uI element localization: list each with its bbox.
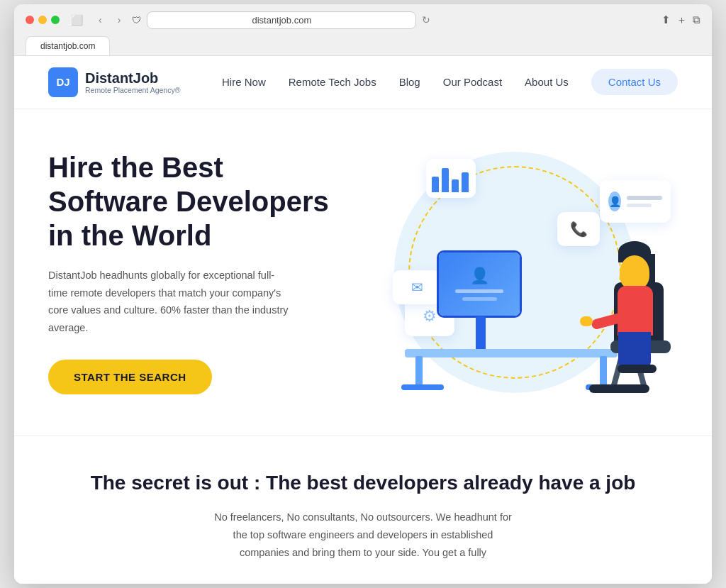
table-leg-left [415,356,423,386]
back-button[interactable]: ‹ [94,13,106,27]
new-tab-icon[interactable]: ＋ [676,13,687,27]
nav-blog[interactable]: Blog [399,76,420,88]
chair-wheel [589,384,649,393]
person-legs [618,332,651,367]
active-tab[interactable]: distantjob.com [26,36,110,55]
nav-podcast[interactable]: Our Podcast [443,76,502,88]
traffic-lights [26,16,60,24]
hero-section: Hire the Best Software Developers in the… [14,109,712,436]
start-search-button[interactable]: START THE SEARCH [48,360,212,394]
chart-bar-3 [452,179,459,192]
screen-line-1 [455,289,504,293]
chart-card [426,159,476,198]
website-content: DJ DistantJob Remote Placement Agency® H… [14,56,712,584]
share-icon[interactable]: ⬆ [661,13,671,27]
security-icon: 🛡 [132,15,141,26]
hero-illustration-area: ⚙ 👤 📞 ✉ [346,138,678,407]
person-illustration [571,233,657,389]
monitor: 👤 [437,250,522,318]
person-head [620,255,649,289]
person-hand [580,316,593,326]
chart-bar-2 [442,168,449,192]
browser-chrome: ⬜ ‹ › 🛡 distantjob.com ↻ ⬆ ＋ ⧉ distantjo… [14,4,712,56]
browser-controls: ⬜ ‹ › 🛡 distantjob.com ↻ ⬆ ＋ ⧉ [26,11,700,29]
gear-icon: ⚙ [423,307,437,326]
close-window-button[interactable] [26,16,34,24]
nav-about-us[interactable]: About Us [525,76,569,88]
avatar-icon: 👤 [608,192,621,211]
hero-title: Hire the Best Software Developers in the… [48,150,346,253]
browser-window: ⬜ ‹ › 🛡 distantjob.com ↻ ⬆ ＋ ⧉ distantjo… [14,4,712,584]
profile-role-line [627,204,652,207]
address-bar[interactable]: distantjob.com [147,11,416,29]
browser-actions: ⬆ ＋ ⧉ [661,13,700,27]
person-shoes [618,365,657,373]
address-bar-area: 🛡 distantjob.com ↻ [132,11,654,29]
section2-title: The secret is out : The best developers … [48,470,678,496]
logo-link[interactable]: DJ DistantJob Remote Placement Agency® [48,67,180,97]
chart-bar-1 [432,177,439,192]
chart-bar-4 [462,172,469,192]
maximize-window-button[interactable] [51,16,60,24]
section2-description: No freelancers, No consultants, No outso… [207,509,519,561]
table-base-left [401,384,444,390]
nav-remote-tech-jobs[interactable]: Remote Tech Jobs [289,76,376,88]
section2: The secret is out : The best developers … [14,436,712,584]
logo-initials: DJ [56,76,69,88]
nav-hire-now[interactable]: Hire Now [222,76,266,88]
hero-description: DistantJob headhunts globally for except… [48,267,289,337]
navbar: DJ DistantJob Remote Placement Agency® H… [14,56,712,109]
profile-name-line [627,196,662,200]
logo-tagline: Remote Placement Agency® [85,86,180,94]
forward-button[interactable]: › [113,13,125,27]
sidebar-toggle-button[interactable]: ⬜ [67,13,87,27]
email-icon: ✉ [411,279,423,296]
minimize-window-button[interactable] [38,16,47,24]
profile-info [627,196,662,207]
contact-us-button[interactable]: Contact Us [591,69,678,95]
reload-icon[interactable]: ↻ [422,14,430,26]
browser-tab-bar: distantjob.com [26,36,700,55]
tabs-icon[interactable]: ⧉ [693,13,700,27]
nav-links: Hire Now Remote Tech Jobs Blog Our Podca… [222,69,678,95]
logo-name: DistantJob [85,70,180,86]
hero-illustration: ⚙ 👤 📞 ✉ [366,138,678,407]
person-body [618,286,653,335]
profile-card: 👤 [600,180,671,223]
screen-line-2 [462,297,497,301]
logo-text: DistantJob Remote Placement Agency® [85,70,180,94]
hero-left: Hire the Best Software Developers in the… [48,150,346,394]
email-card: ✉ [393,270,441,304]
monitor-stand [476,316,486,352]
monitor-screen: 👤 [439,253,520,316]
monitor-icon: 👤 [470,267,489,285]
logo-box: DJ [48,67,78,97]
